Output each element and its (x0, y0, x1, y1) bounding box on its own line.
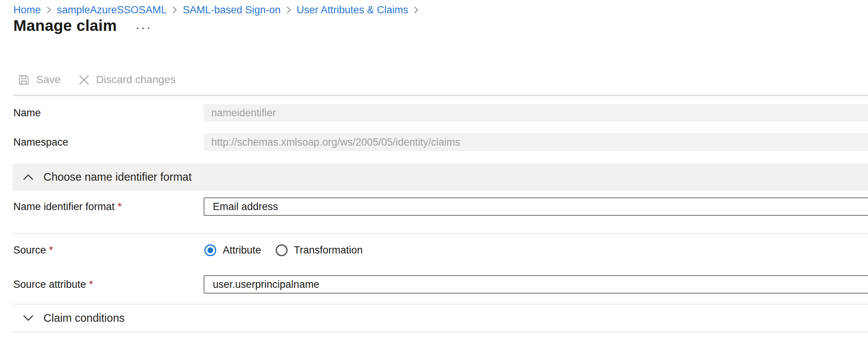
name-input: nameidentifier (204, 104, 868, 122)
required-asterisk: * (118, 201, 122, 212)
chevron-up-icon (23, 174, 34, 180)
source-attribute-select[interactable]: user.userprincipalname (204, 275, 868, 294)
breadcrumb-user-attributes-link[interactable]: User Attributes & Claims (297, 4, 408, 16)
namespace-input: http://schemas.xmlsoap.org/ws/2005/05/id… (204, 133, 868, 151)
required-asterisk: * (89, 279, 93, 290)
breadcrumb-separator-icon (172, 6, 177, 14)
namespace-label: Namespace (13, 133, 68, 151)
toolbar-divider (13, 95, 868, 96)
name-identifier-format-label: Name identifier format* (13, 197, 122, 216)
source-label: Source* (13, 241, 53, 259)
name-identifier-format-select[interactable]: Email address (204, 197, 868, 216)
breadcrumb-separator-icon (414, 6, 418, 14)
context-menu-button[interactable]: ··· (135, 20, 152, 35)
page-title: Manage claim (13, 17, 117, 35)
breadcrumb-home-link[interactable]: Home (13, 4, 41, 16)
manage-claim-page: Home sampleAzureSSOSAML SAML-based Sign-… (0, 0, 868, 337)
breadcrumb-app-link[interactable]: sampleAzureSSOSAML (57, 4, 167, 16)
discard-changes-label: Discard changes (96, 74, 176, 86)
chevron-down-icon (23, 315, 34, 321)
radio-attribute[interactable] (204, 244, 216, 256)
name-label: Name (13, 104, 41, 122)
source-radio-group: Attribute Transformation (204, 241, 363, 259)
source-attribute-label-text: Source attribute (13, 279, 86, 290)
save-button[interactable]: Save (18, 74, 61, 86)
command-toolbar: Save Discard changes (18, 70, 175, 89)
radio-attribute-label[interactable]: Attribute (223, 244, 261, 256)
required-asterisk: * (49, 244, 53, 256)
section-claim-conditions[interactable]: Claim conditions (13, 304, 868, 332)
name-identifier-format-label-text: Name identifier format (13, 201, 115, 212)
breadcrumb: Home sampleAzureSSOSAML SAML-based Sign-… (13, 3, 418, 17)
close-icon (78, 74, 90, 86)
section-choose-name-identifier-format[interactable]: Choose name identifier format (13, 164, 868, 191)
section-title: Claim conditions (43, 312, 125, 324)
save-icon (18, 74, 30, 86)
breadcrumb-saml-signon-link[interactable]: SAML-based Sign-on (183, 4, 281, 16)
row-divider (13, 233, 868, 234)
source-label-text: Source (13, 244, 46, 256)
radio-transformation[interactable] (276, 244, 288, 256)
radio-transformation-label[interactable]: Transformation (294, 244, 363, 256)
breadcrumb-separator-icon (47, 6, 51, 14)
source-attribute-label: Source attribute* (13, 275, 93, 294)
breadcrumb-separator-icon (286, 6, 291, 14)
discard-changes-button[interactable]: Discard changes (78, 74, 176, 86)
save-button-label: Save (36, 74, 61, 86)
section-title: Choose name identifier format (43, 171, 191, 183)
